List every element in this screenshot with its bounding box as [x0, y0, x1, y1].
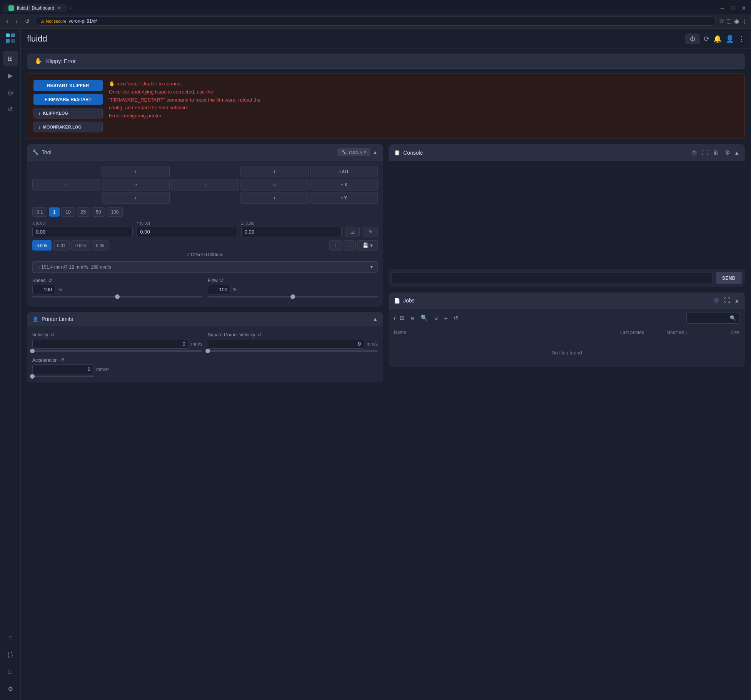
size-column-header: Size	[713, 330, 739, 335]
console-info-icon[interactable]: ?	[691, 150, 697, 156]
z-step-005-button[interactable]: 0.05	[92, 240, 108, 251]
address-bar[interactable]: ⚠ Not secure voron-pi.81/#/	[35, 17, 716, 26]
klippy-log-button[interactable]: ↓ KLIPPY.LOG	[33, 108, 103, 119]
accel-reset-icon[interactable]: ↺	[60, 357, 64, 363]
speed-reset-icon[interactable]: ↺	[48, 277, 52, 283]
flow-reset-icon[interactable]: ↺	[220, 277, 224, 283]
z-calibrate-button[interactable]: ⊿	[345, 227, 360, 237]
velocity-reset-icon[interactable]: ↺	[50, 332, 55, 337]
home-y-button[interactable]: ⌂ Y	[310, 192, 378, 204]
browser-tab[interactable]: fluidd | Dashboard ✕	[3, 4, 67, 12]
add-file-button[interactable]: +	[442, 314, 450, 322]
z-step-001-button[interactable]: 0.01	[53, 240, 70, 251]
sq-corner-input[interactable]	[208, 339, 364, 349]
z-minus-button[interactable]: ↓	[240, 192, 308, 204]
jobs-info-icon[interactable]: ?	[713, 297, 719, 304]
sidebar-item-sensors[interactable]: ◎	[3, 85, 18, 100]
account-icon[interactable]: 👤	[726, 35, 734, 43]
velocity-slider[interactable]	[32, 350, 202, 352]
flow-input[interactable]	[208, 285, 231, 294]
y-minus-button[interactable]: ↓	[102, 192, 169, 204]
grid-view-button[interactable]: ⊞	[398, 313, 407, 322]
x-minus-button[interactable]: ←	[32, 179, 100, 190]
z-adjust-button[interactable]: ✎	[364, 227, 378, 237]
sidebar-item-config[interactable]: { }	[3, 647, 18, 663]
z-save-button[interactable]: 💾 ▾	[357, 240, 378, 251]
sync-icon[interactable]: ⟳	[704, 35, 709, 43]
z-down-offset-button[interactable]: ↓	[344, 240, 356, 251]
jobs-search-input[interactable]	[690, 314, 728, 322]
z-plus-button[interactable]: ↑	[240, 166, 308, 177]
maximize-button[interactable]: □	[729, 4, 736, 12]
console-collapse-button[interactable]: ▲	[734, 150, 739, 156]
search-toggle-button[interactable]: 🔍	[419, 313, 430, 322]
z-coord-input[interactable]	[241, 227, 342, 237]
close-tab-icon[interactable]: ✕	[57, 5, 61, 11]
restart-klipper-button[interactable]: RESTART KLIPPER	[33, 80, 103, 91]
modified-column-header[interactable]: Modified ↓	[666, 330, 713, 335]
console-expand-button[interactable]: ⛶	[700, 149, 709, 157]
step-50-button[interactable]: 50	[92, 207, 105, 217]
sidebar-icon[interactable]: ⬚	[726, 18, 732, 25]
back-button[interactable]: ‹	[4, 17, 10, 25]
reload-button[interactable]: ↺	[23, 17, 32, 25]
sidebar-item-print[interactable]: ▶	[3, 68, 18, 83]
console-clear-button[interactable]: 🗑	[712, 149, 721, 157]
sidebar-item-history[interactable]: ↺	[3, 102, 18, 117]
profile-icon[interactable]: ◉	[734, 18, 739, 25]
list-view-button[interactable]: ≡	[409, 314, 416, 322]
limits-collapse-button[interactable]: ▲	[372, 316, 378, 322]
velocity-input[interactable]	[32, 339, 189, 349]
step-1-button[interactable]: 1	[49, 207, 60, 217]
tools-dropdown-button[interactable]: 🔧 TOOLS ▾	[337, 148, 370, 156]
menu-icon[interactable]: ⋮	[741, 18, 747, 25]
sidebar-item-settings[interactable]: ⚙	[3, 681, 18, 697]
home-z-button[interactable]: ⌂	[240, 179, 308, 190]
send-button[interactable]: SEND	[716, 272, 742, 284]
sidebar-item-dashboard[interactable]: ⊞	[3, 51, 18, 66]
bell-icon[interactable]: 🔔	[713, 35, 722, 43]
speed-slider[interactable]	[32, 296, 202, 297]
new-tab-button[interactable]: +	[68, 5, 72, 12]
filter-button[interactable]: ⊎	[432, 313, 440, 322]
console-panel: 📋 Console ? ⛶ 🗑 ⚙ ▲	[389, 144, 745, 287]
flow-slider[interactable]	[208, 296, 378, 297]
speed-input[interactable]	[32, 285, 55, 294]
jobs-fullscreen-button[interactable]: ⛶	[723, 296, 732, 305]
z-step-0025-button[interactable]: 0.025	[71, 240, 90, 251]
extrusion-info[interactable]: ~ 191.4 mm @ 12 mm³/s, 168 mm/s ▾	[32, 261, 378, 273]
sq-corner-reset-icon[interactable]: ↺	[257, 332, 262, 337]
refresh-button[interactable]: ↺	[452, 313, 461, 322]
moonraker-log-button[interactable]: ↓ MOONRAKER.LOG	[33, 122, 103, 132]
accel-slider[interactable]	[32, 376, 94, 377]
bookmark-icon[interactable]: ☆	[719, 18, 724, 25]
step-10-button[interactable]: 10	[61, 207, 75, 217]
power-button[interactable]: ⏻	[685, 33, 700, 44]
accel-input[interactable]	[32, 364, 94, 374]
close-window-button[interactable]: ✕	[739, 4, 748, 12]
console-settings-button[interactable]: ⚙	[723, 148, 732, 157]
home-x-button[interactable]: ⌂ X	[310, 179, 378, 190]
x-coord-input[interactable]	[32, 227, 133, 237]
home-xy-button[interactable]: ⌂	[102, 179, 169, 190]
sidebar-item-tune[interactable]: ≡	[3, 630, 18, 646]
more-icon[interactable]: ⋮	[738, 35, 745, 43]
tool-panel-collapse-button[interactable]: ▲	[372, 149, 378, 155]
step-100-button[interactable]: 100	[107, 207, 123, 217]
home-all-button[interactable]: ⌂ ALL	[310, 166, 378, 177]
z-step-0005-button[interactable]: 0.005	[32, 240, 52, 251]
sq-corner-slider[interactable]	[208, 350, 378, 352]
step-25-button[interactable]: 25	[77, 207, 90, 217]
y-coord-input[interactable]	[137, 227, 237, 237]
step-0-1-button[interactable]: 0.1	[32, 207, 47, 217]
jobs-collapse-button[interactable]: ▲	[734, 297, 739, 304]
z-up-offset-button[interactable]: ↑	[329, 240, 342, 251]
y-plus-button[interactable]: ↑	[102, 166, 169, 177]
sidebar-item-webcam[interactable]: □	[3, 664, 18, 680]
console-input[interactable]	[392, 272, 713, 284]
x-coord-label: X [0.00]	[32, 221, 133, 226]
firmware-restart-button[interactable]: FIRMWARE RESTART	[33, 94, 103, 105]
minimize-button[interactable]: ─	[719, 4, 726, 12]
x-plus-button[interactable]: →	[171, 179, 239, 190]
forward-button[interactable]: ›	[13, 17, 20, 25]
